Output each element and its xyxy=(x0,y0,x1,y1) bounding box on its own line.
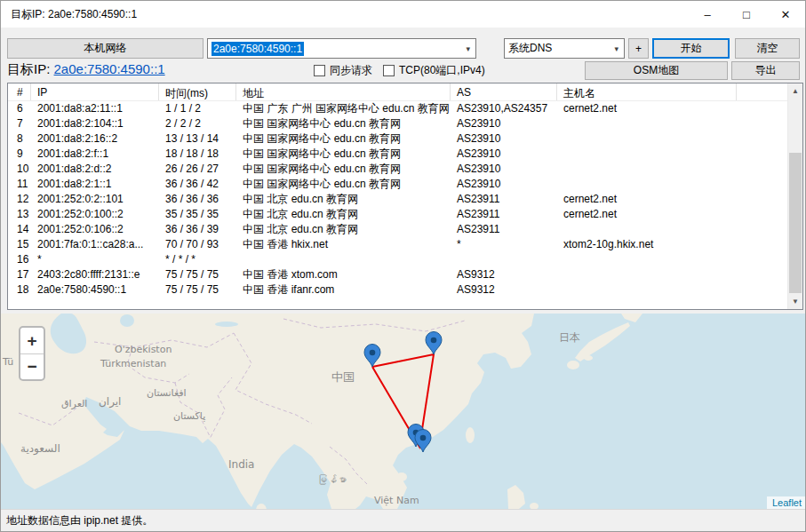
table-cell: 中国 广东 广州 国家网络中心 edu.cn 教育网 xyxy=(236,101,451,116)
target-ip-link[interactable]: 2a0e:7580:4590::1 xyxy=(54,61,165,76)
statusbar: 地址数据信息由 ipip.net 提供。 xyxy=(1,509,805,532)
table-cell: 中国 国家网络中心 edu.cn 教育网 xyxy=(236,162,451,177)
chevron-down-icon[interactable]: ▾ xyxy=(609,44,624,53)
table-row[interactable]: 62001:da8:a2:11::11 / 1 / 2中国 广东 广州 国家网络… xyxy=(8,101,787,116)
table-cell: 中国 香港 ifanr.com xyxy=(236,282,451,298)
table-row[interactable]: 102001:da8:2:d::226 / 26 / 27中国 国家网络中心 e… xyxy=(8,162,787,177)
table-row[interactable]: 16** / * / * xyxy=(8,252,787,267)
map-attribution[interactable]: Leaflet xyxy=(767,496,806,509)
table-cell: 2001:da8:2:16::2 xyxy=(31,131,159,147)
map-label: ایران xyxy=(99,395,121,409)
table-row[interactable]: 122001:252:0:2::10136 / 36 / 36中国 北京 edu… xyxy=(8,192,787,207)
tcp-label: TCP(80端口,IPv4) xyxy=(399,63,485,78)
table-cell: * / * / * xyxy=(159,252,236,267)
dns-combobox[interactable]: 系统DNS ▾ xyxy=(504,38,625,59)
table-cell xyxy=(557,162,737,177)
table-cell: 2001:7fa:0:1::ca28:a... xyxy=(31,237,159,252)
table-cell: 中国 国家网络中心 edu.cn 教育网 xyxy=(236,131,451,147)
table-cell xyxy=(451,252,557,267)
column-header[interactable]: 地址 xyxy=(236,83,451,100)
map-label: Việt Nam xyxy=(374,495,419,506)
table-cell: AS23911 xyxy=(451,222,557,237)
table-row[interactable]: 92001:da8:2:f::118 / 18 / 18中国 国家网络中心 ed… xyxy=(8,147,787,162)
table-cell: 中国 北京 edu.cn 教育网 xyxy=(236,207,451,222)
table-cell: 中国 国家网络中心 edu.cn 教育网 xyxy=(236,177,451,192)
table-cell xyxy=(557,147,737,162)
zoom-in-button[interactable]: + xyxy=(20,328,44,353)
checkbox-icon[interactable] xyxy=(314,65,325,76)
map-label: پاکستان xyxy=(173,410,205,422)
map-label: India xyxy=(228,458,254,471)
table-cell: cernet2.net xyxy=(557,101,737,116)
status-text: 地址数据信息由 ipip.net 提供。 xyxy=(6,514,153,527)
chevron-down-icon[interactable]: ▾ xyxy=(460,44,475,53)
zoom-control: + − xyxy=(19,326,45,381)
table-row[interactable]: 112001:da8:2:1::136 / 36 / 42中国 国家网络中心 e… xyxy=(8,177,787,192)
start-button[interactable]: 开始 xyxy=(652,38,730,59)
scroll-down-icon[interactable]: ▼ xyxy=(788,294,802,309)
table-cell: 18 xyxy=(8,282,31,298)
column-header[interactable]: # xyxy=(8,83,31,100)
table-cell: AS9312 xyxy=(451,282,557,298)
table-cell: 7 xyxy=(8,116,31,131)
table-row[interactable]: 172403:2c80:ffff:2131::e75 / 75 / 75中国 香… xyxy=(8,267,787,282)
table-row[interactable]: 72001:da8:2:104::12 / 2 / 2中国 国家网络中心 edu… xyxy=(8,116,787,131)
table-cell: 75 / 75 / 75 xyxy=(159,267,236,282)
table-cell: AS23911 xyxy=(451,192,557,207)
map-label: العراق xyxy=(61,398,87,409)
column-header[interactable]: IP xyxy=(31,83,159,100)
sync-request-label: 同步请求 xyxy=(330,63,372,78)
add-target-button[interactable]: + xyxy=(628,38,649,59)
trace-table[interactable]: #IP时间(ms)地址AS主机名 62001:da8:a2:11::11 / 1… xyxy=(7,83,803,310)
table-cell: 中国 国家网络中心 edu.cn 教育网 xyxy=(236,116,451,131)
checkbox-icon[interactable] xyxy=(383,65,395,76)
table-row[interactable]: 82001:da8:2:16::213 / 13 / 14中国 国家网络中心 e… xyxy=(8,131,787,147)
table-cell: 2001:da8:a2:11::1 xyxy=(31,101,159,116)
column-header[interactable]: 主机名 xyxy=(557,83,737,100)
table-row[interactable]: 142001:252:0:106::236 / 36 / 39中国 北京 edu… xyxy=(8,222,787,237)
zoom-out-button[interactable]: − xyxy=(20,353,44,379)
scroll-up-icon[interactable]: ▲ xyxy=(788,83,802,99)
maximize-icon[interactable]: □ xyxy=(727,1,766,28)
tcp-checkbox[interactable]: TCP(80端口,IPv4) xyxy=(383,64,485,77)
table-cell: cernet2.net xyxy=(557,192,737,207)
column-header[interactable]: AS xyxy=(451,83,557,100)
map-label: Türkmenistan xyxy=(100,358,166,369)
local-network-button[interactable]: 本机网络 xyxy=(7,38,203,59)
table-cell: 12 xyxy=(8,192,31,207)
scrollbar-thumb[interactable] xyxy=(789,153,802,293)
table-row[interactable]: 182a0e:7580:4590::175 / 75 / 75中国 香港 ifa… xyxy=(8,282,787,298)
target-combobox[interactable]: 2a0e:7580:4590::1 ▾ xyxy=(207,38,476,59)
table-cell: 2001:da8:2:1::1 xyxy=(31,177,159,192)
table-row[interactable]: 132001:252:0:100::235 / 35 / 35中国 北京 edu… xyxy=(8,207,787,222)
table-cell: AS23910 xyxy=(451,162,557,177)
table-cell: 18 / 18 / 18 xyxy=(159,147,236,162)
table-cell xyxy=(236,252,451,267)
export-button[interactable]: 导出 xyxy=(731,61,800,80)
table-cell: AS23910,AS24357 xyxy=(451,101,557,116)
table-cell: 10 xyxy=(8,162,31,177)
table-cell: 2001:da8:2:f::1 xyxy=(31,147,159,162)
table-cell: 17 xyxy=(8,267,31,282)
map[interactable]: O'zbekistonTürkmenistanTü中国日本افغانستانای… xyxy=(1,314,806,509)
close-icon[interactable]: ✕ xyxy=(766,1,805,28)
sync-request-checkbox[interactable]: 同步请求 xyxy=(314,64,372,77)
vertical-scrollbar[interactable]: ▲ ▼ xyxy=(787,83,802,309)
table-cell xyxy=(557,116,737,131)
column-header[interactable]: 时间(ms) xyxy=(159,83,236,100)
table-cell: 2a0e:7580:4590::1 xyxy=(31,282,159,298)
osm-map-button[interactable]: OSM地图 xyxy=(585,61,728,80)
table-cell: 11 xyxy=(8,177,31,192)
table-cell: * xyxy=(31,252,159,267)
table-cell: 75 / 75 / 75 xyxy=(159,282,236,298)
minimize-icon[interactable]: – xyxy=(688,1,727,28)
target-combobox-value: 2a0e:7580:4590::1 xyxy=(211,42,304,56)
map-label: افغانستان xyxy=(147,387,187,399)
table-row[interactable]: 152001:7fa:0:1::ca28:a...70 / 70 / 93中国 … xyxy=(8,237,787,252)
clear-button[interactable]: 清空 xyxy=(735,38,800,59)
table-cell: 中国 香港 xtom.com xyxy=(236,267,451,282)
table-body: 62001:da8:a2:11::11 / 1 / 2中国 广东 广州 国家网络… xyxy=(8,101,787,309)
table-cell xyxy=(557,252,737,267)
titlebar[interactable]: 目标IP: 2a0e:7580:4590::1 – □ ✕ xyxy=(1,1,805,28)
map-canvas[interactable]: O'zbekistonTürkmenistanTü中国日本افغانستانای… xyxy=(1,314,806,509)
